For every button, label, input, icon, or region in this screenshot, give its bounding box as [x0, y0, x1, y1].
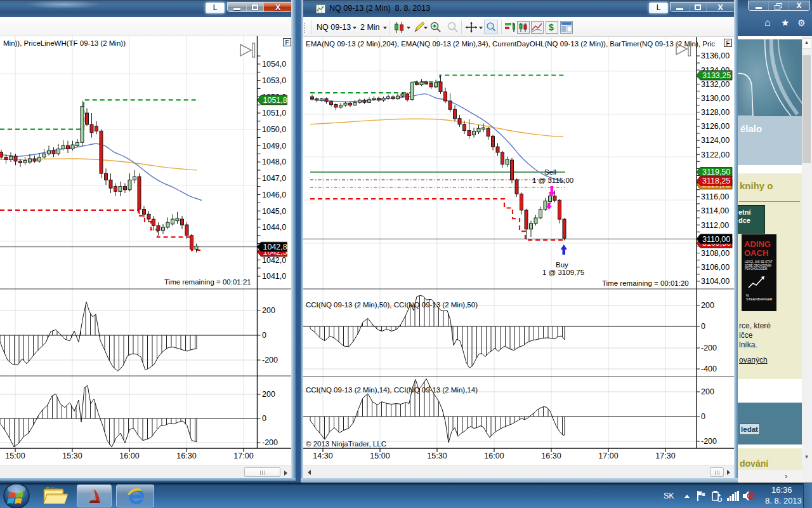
svg-text:1 @ 3109,75: 1 @ 3109,75	[542, 269, 584, 276]
svg-text:3130,00: 3130,00	[701, 94, 730, 103]
svg-text:3104,00: 3104,00	[701, 277, 730, 286]
svg-text:-200: -200	[701, 437, 717, 446]
svg-text:1 @ 3115,00: 1 @ 3115,00	[532, 177, 573, 184]
svg-text:Sell: Sell	[544, 168, 556, 176]
svg-text:3132,00: 3132,00	[701, 80, 730, 89]
svg-text:3106,00: 3106,00	[701, 263, 730, 272]
svg-text:16:30: 16:30	[541, 451, 561, 460]
svg-text:© 2013 NinjaTrader, LLC: © 2013 NinjaTrader, LLC	[306, 440, 386, 448]
svg-text:200: 200	[701, 301, 714, 310]
svg-text:EMA(NQ 09-13 (2 Min),204), EMA: EMA(NQ 09-13 (2 Min),204), EMA(NQ 09-13 …	[306, 40, 715, 48]
svg-text:16:00: 16:00	[484, 451, 504, 460]
svg-text:$: $	[549, 22, 554, 32]
svg-text:CCI(NQ 09-13 (2 Min),50), CCI(: CCI(NQ 09-13 (2 Min),50), CCI(NQ 09-13 (…	[306, 301, 478, 309]
svg-text:3118,25: 3118,25	[702, 177, 730, 185]
svg-text:3110,00: 3110,00	[702, 235, 730, 244]
svg-text:F: F	[726, 40, 730, 47]
svg-text:14:30: 14:30	[313, 451, 332, 460]
svg-text:0: 0	[701, 322, 705, 331]
svg-text:0: 0	[701, 412, 705, 421]
svg-text:-400: -400	[701, 364, 717, 373]
svg-text:Buy: Buy	[556, 261, 568, 269]
svg-text:3108,00: 3108,00	[701, 249, 730, 258]
svg-text:CCI(NQ 09-13 (2 Min),14), CCI(: CCI(NQ 09-13 (2 Min),14), CCI(NQ 09-13 (…	[306, 386, 478, 394]
svg-text:15:30: 15:30	[427, 451, 447, 460]
svg-text:3128,00: 3128,00	[701, 108, 730, 117]
svg-text:-200: -200	[701, 344, 717, 352]
svg-text:3133,25: 3133,25	[702, 71, 731, 80]
svg-text:3124,00: 3124,00	[701, 136, 730, 145]
svg-text:3116,00: 3116,00	[701, 192, 729, 201]
svg-text:200: 200	[701, 387, 714, 396]
svg-text:3126,00: 3126,00	[701, 122, 730, 131]
svg-text:3119,50: 3119,50	[702, 168, 730, 177]
svg-text:3122,00: 3122,00	[701, 150, 730, 159]
svg-text:3114,00: 3114,00	[701, 206, 729, 215]
svg-text:15:00: 15:00	[370, 451, 390, 460]
svg-text:17:00: 17:00	[598, 451, 618, 460]
svg-text:3112,00: 3112,00	[701, 221, 729, 230]
svg-text:17:30: 17:30	[655, 451, 675, 460]
svg-text:3136,00: 3136,00	[701, 51, 730, 60]
svg-text:Time remaining = 00:01:20: Time remaining = 00:01:20	[602, 279, 689, 287]
